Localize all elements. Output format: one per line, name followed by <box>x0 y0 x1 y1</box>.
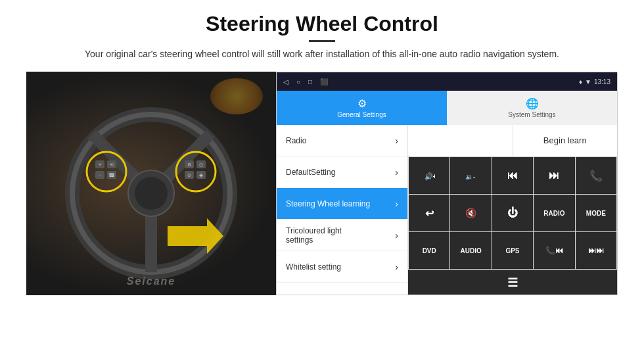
menu-label-radio: Radio <box>286 136 306 145</box>
svg-point-7 <box>87 152 126 191</box>
recent-nav-icon[interactable]: □ <box>308 78 312 85</box>
menu-nav-icon[interactable]: ⬛ <box>320 78 328 85</box>
general-settings-icon: ⚙ <box>357 97 367 110</box>
steering-wheel-svg: + ⟲ - ☎ ⚙ ◇ ⊙ ◈ <box>53 98 250 282</box>
vol-down-button[interactable]: 🔉- <box>450 157 491 194</box>
menu-label-default: DefaultSetting <box>286 168 335 177</box>
page-container: Steering Wheel Control Your original car… <box>0 0 644 359</box>
prev-icon: ⏮ <box>507 170 518 181</box>
svg-point-16 <box>176 152 216 191</box>
car-image-panel: + ⟲ - ☎ ⚙ ◇ ⊙ ◈ <box>26 72 276 295</box>
chevron-icon-steering: › <box>395 199 398 209</box>
title-divider <box>309 40 335 42</box>
radio-label: RADIO <box>543 210 564 217</box>
svg-text:+: + <box>99 162 102 168</box>
status-bar-nav: ◁ ○ □ ⬛ <box>283 78 328 85</box>
chevron-icon-whitelist: › <box>395 262 398 272</box>
android-panel: ◁ ○ □ ⬛ ♦ ▼ 13:13 ⚙ General Settings <box>276 72 618 295</box>
watermark: Seicane <box>127 275 175 287</box>
clock: 13:13 <box>594 78 610 85</box>
svg-text:⚙: ⚙ <box>187 162 191 167</box>
begin-learn-row: Begin learn <box>408 125 617 156</box>
svg-text:◇: ◇ <box>199 162 204 168</box>
svg-point-6 <box>135 177 168 210</box>
power-button[interactable]: ⏻ <box>492 195 533 231</box>
skip-back-icon: ⏭⏭ <box>588 246 604 255</box>
chevron-icon-radio: › <box>395 135 398 146</box>
bottom-icon: ☰ <box>507 275 518 290</box>
control-panel: Begin learn 🔊+ 🔉- ⏮ <box>408 125 617 295</box>
dvd-button[interactable]: DVD <box>409 232 449 269</box>
content-area: + ⟲ - ☎ ⚙ ◇ ⊙ ◈ <box>26 72 618 295</box>
menu-item-radio[interactable]: Radio › <box>277 125 407 156</box>
svg-text:◈: ◈ <box>199 172 204 178</box>
bottom-icon-button[interactable]: ☰ <box>408 270 617 295</box>
tab-system-label: System Settings <box>508 111 555 118</box>
tab-system-settings[interactable]: 🌐 System Settings <box>447 91 617 125</box>
svg-text:🔉-: 🔉- <box>465 172 475 181</box>
back-nav-icon[interactable]: ◁ <box>283 78 288 85</box>
phone-icon: 📞 <box>589 170 603 182</box>
status-bar-indicators: ♦ ▼ 13:13 <box>579 78 610 85</box>
prev-track-button[interactable]: ⏮ <box>492 157 533 194</box>
mode-button[interactable]: MODE <box>576 195 616 231</box>
audio-button[interactable]: AUDIO <box>450 232 491 269</box>
skip-back-button[interactable]: ⏭⏭ <box>576 232 616 269</box>
chevron-icon-tricolour: › <box>395 230 398 241</box>
power-icon: ⏻ <box>507 207 518 219</box>
menu-item-tricolour[interactable]: Tricoloured lightsettings › <box>277 220 407 251</box>
menu-item-steering[interactable]: Steering Wheel learning › <box>277 188 407 220</box>
tab-bar: ⚙ General Settings 🌐 System Settings <box>277 91 617 125</box>
menu-item-default[interactable]: DefaultSetting › <box>277 156 407 188</box>
menu-list: Radio › DefaultSetting › Steering Wheel … <box>277 125 408 295</box>
begin-learn-left-empty <box>408 125 513 156</box>
svg-text:-: - <box>99 172 101 178</box>
tab-general-settings[interactable]: ⚙ General Settings <box>277 91 447 125</box>
menu-area: Radio › DefaultSetting › Steering Wheel … <box>277 125 617 295</box>
next-icon: ⏭ <box>549 170 559 181</box>
system-settings-icon: 🌐 <box>526 97 539 110</box>
mute-icon: 🔇 <box>465 208 476 218</box>
chevron-icon-default: › <box>395 167 398 178</box>
tab-general-label: General Settings <box>337 111 386 118</box>
car-background: + ⟲ - ☎ ⚙ ◇ ⊙ ◈ <box>26 72 276 295</box>
mode-label: MODE <box>586 210 606 217</box>
radio-button[interactable]: RADIO <box>534 195 574 231</box>
svg-text:⟲: ⟲ <box>110 162 114 167</box>
vol-up-button[interactable]: 🔊+ <box>409 157 449 194</box>
mute-button[interactable]: 🔇 <box>450 195 491 231</box>
status-bar: ◁ ○ □ ⬛ ♦ ▼ 13:13 <box>277 72 617 91</box>
svg-text:☎: ☎ <box>108 172 115 178</box>
title-section: Steering Wheel Control Your original car… <box>85 12 559 68</box>
page-title: Steering Wheel Control <box>85 12 559 36</box>
menu-label-whitelist: Whitelist setting <box>286 262 341 272</box>
bottom-row: ☰ <box>408 270 617 295</box>
page-subtitle: Your original car's steering wheel contr… <box>85 47 559 61</box>
back-call-icon: ↩ <box>425 207 434 220</box>
menu-label-tricolour: Tricoloured lightsettings <box>286 226 342 245</box>
menu-item-whitelist[interactable]: Whitelist setting › <box>277 251 407 283</box>
phone-button[interactable]: 📞 <box>576 157 616 194</box>
gps-label: GPS <box>505 247 519 254</box>
dvd-label: DVD <box>423 247 436 254</box>
begin-learn-button[interactable]: Begin learn <box>513 125 618 156</box>
gps-button[interactable]: GPS <box>492 232 533 269</box>
menu-label-steering: Steering Wheel learning <box>286 199 370 208</box>
signal-icon: ▼ <box>585 78 591 85</box>
phone-prev-button[interactable]: 📞⏮ <box>534 232 574 269</box>
location-icon: ♦ <box>579 78 582 85</box>
next-track-button[interactable]: ⏭ <box>534 157 574 194</box>
button-grid: 🔊+ 🔉- ⏮ ⏭ 📞 <box>408 156 617 270</box>
svg-text:⊙: ⊙ <box>187 173 191 178</box>
svg-text:🔊+: 🔊+ <box>425 172 436 181</box>
back-call-button[interactable]: ↩ <box>409 195 449 231</box>
phone-prev-icon: 📞⏮ <box>545 246 563 255</box>
home-nav-icon[interactable]: ○ <box>296 78 300 85</box>
audio-label: AUDIO <box>460 247 481 254</box>
